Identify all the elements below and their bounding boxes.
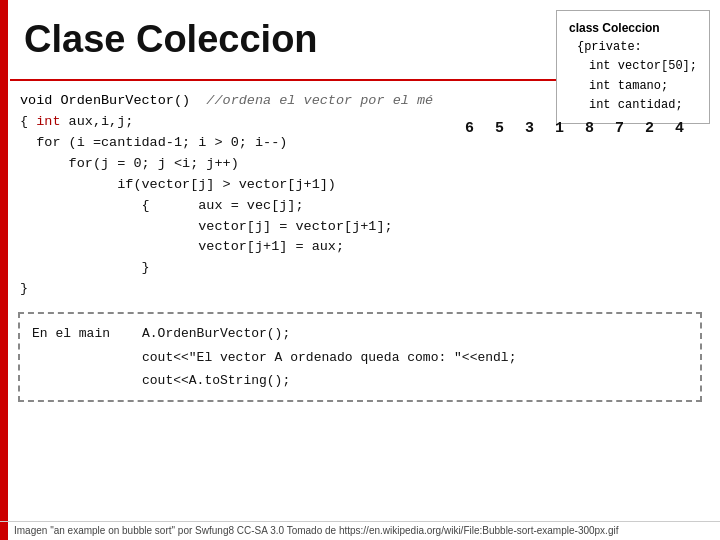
array-numbers: 6 5 3 1 8 7 2 4 — [465, 117, 690, 140]
bottom-row-1: En el main A.OrdenBurVector(); — [32, 322, 688, 345]
code-line-9: } — [20, 258, 700, 279]
code-line-4: for(j = 0; j <i; j++) — [20, 154, 700, 175]
bottom-code-1: A.OrdenBurVector(); — [142, 322, 290, 345]
code-line-8: vector[j+1] = aux; — [20, 237, 700, 258]
bottom-label: En el main — [32, 322, 142, 345]
class-box-title: class Coleccion — [569, 19, 697, 38]
code-line-7: vector[j] = vector[j+1]; — [20, 217, 700, 238]
code-line-6: { aux = vec[j]; — [20, 196, 700, 217]
page-title: Clase Coleccion — [24, 18, 520, 61]
code-line-5: if(vector[j] > vector[j+1]) — [20, 175, 700, 196]
code-line-10: } — [20, 279, 700, 300]
footer: Imagen "an example on bubble sort" por S… — [0, 521, 720, 536]
code-section: 6 5 3 1 8 7 2 4 void OrdenBurVector() //… — [0, 81, 720, 306]
bottom-code-2: cout<<"El vector A ordenado queda como: … — [142, 346, 516, 369]
code-line-1: void OrdenBurVector() //ordena el vector… — [20, 91, 700, 112]
header: Clase Coleccion class Coleccion {private… — [0, 0, 720, 79]
bottom-code-3: cout<<A.toString(); — [142, 369, 290, 392]
footer-text: Imagen "an example on bubble sort" por S… — [14, 525, 618, 536]
bottom-row-2: cout<<"El vector A ordenado queda como: … — [32, 346, 688, 369]
bottom-box: En el main A.OrdenBurVector(); cout<<"El… — [18, 312, 702, 402]
bottom-row-3: cout<<A.toString(); — [32, 369, 688, 392]
class-box-line1: {private: — [569, 38, 697, 57]
class-box-line2: int vector[50]; — [569, 57, 697, 76]
